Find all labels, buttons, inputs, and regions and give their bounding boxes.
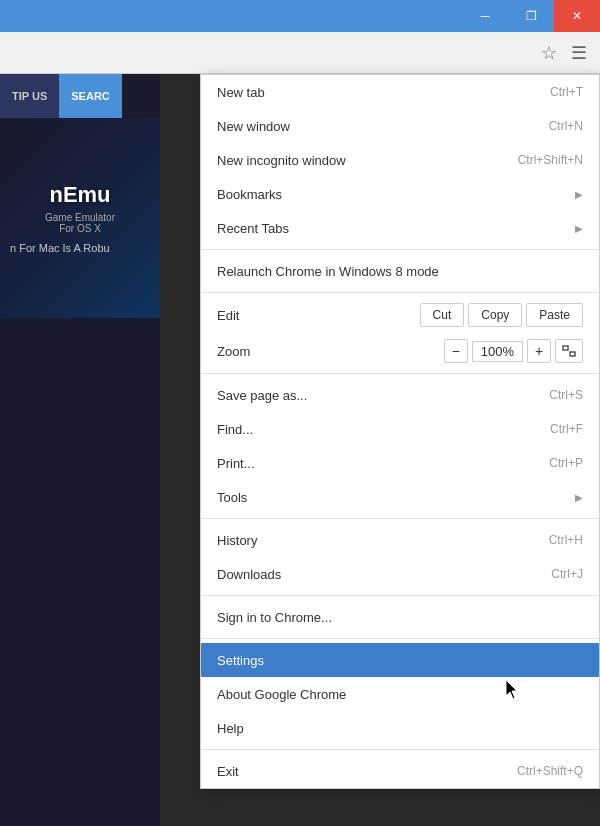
- nav-tip-us[interactable]: TIP US: [0, 74, 59, 118]
- menu-item-zoom: Zoom − 100% +: [201, 333, 599, 369]
- menu-item-downloads-shortcut: Ctrl+J: [551, 567, 583, 581]
- menu-item-bookmarks-label: Bookmarks: [217, 187, 282, 202]
- menu-item-incognito-shortcut: Ctrl+Shift+N: [518, 153, 583, 167]
- minimize-button[interactable]: ─: [462, 0, 508, 32]
- menu-item-downloads[interactable]: Downloads Ctrl+J: [201, 557, 599, 591]
- menu-item-find[interactable]: Find... Ctrl+F: [201, 412, 599, 446]
- menu-item-about-label: About Google Chrome: [217, 687, 346, 702]
- paste-button[interactable]: Paste: [526, 303, 583, 327]
- page-image: nEmu Game EmulatorFor OS X n For Mac Is …: [0, 118, 160, 318]
- zoom-fullscreen-button[interactable]: [555, 339, 583, 363]
- zoom-controls: − 100% +: [444, 339, 583, 363]
- menu-item-edit: Edit Cut Copy Paste: [201, 297, 599, 333]
- page-image-subtitle: Game EmulatorFor OS X: [45, 212, 115, 234]
- menu-item-relaunch-label: Relaunch Chrome in Windows 8 mode: [217, 264, 439, 279]
- menu-item-print-shortcut: Ctrl+P: [549, 456, 583, 470]
- edit-buttons: Cut Copy Paste: [420, 303, 583, 327]
- menu-item-about[interactable]: About Google Chrome: [201, 677, 599, 711]
- menu-item-recent-tabs-label: Recent Tabs: [217, 221, 289, 236]
- menu-item-relaunch[interactable]: Relaunch Chrome in Windows 8 mode: [201, 254, 599, 288]
- menu-item-settings-label: Settings: [217, 653, 264, 668]
- recent-tabs-arrow-icon: ▶: [575, 223, 583, 234]
- zoom-label: Zoom: [217, 344, 250, 359]
- title-bar: ─ ❐ ✕: [0, 0, 600, 32]
- menu-item-history[interactable]: History Ctrl+H: [201, 523, 599, 557]
- menu-item-print-label: Print...: [217, 456, 255, 471]
- menu-item-save-label: Save page as...: [217, 388, 307, 403]
- divider-6: [201, 638, 599, 639]
- menu-item-exit[interactable]: Exit Ctrl+Shift+Q: [201, 754, 599, 788]
- menu-item-exit-shortcut: Ctrl+Shift+Q: [517, 764, 583, 778]
- menu-item-exit-label: Exit: [217, 764, 239, 779]
- divider-2: [201, 292, 599, 293]
- menu-item-bookmarks[interactable]: Bookmarks ▶: [201, 177, 599, 211]
- bookmarks-arrow-icon: ▶: [575, 189, 583, 200]
- zoom-out-button[interactable]: −: [444, 339, 468, 363]
- edit-label: Edit: [217, 308, 239, 323]
- menu-item-new-tab-shortcut: Ctrl+T: [550, 85, 583, 99]
- divider-7: [201, 749, 599, 750]
- dropdown-menu: New tab Ctrl+T New window Ctrl+N New inc…: [200, 74, 600, 789]
- divider-4: [201, 518, 599, 519]
- tools-arrow-icon: ▶: [575, 492, 583, 503]
- copy-button[interactable]: Copy: [468, 303, 522, 327]
- divider-5: [201, 595, 599, 596]
- menu-item-signin-label: Sign in to Chrome...: [217, 610, 332, 625]
- menu-item-downloads-label: Downloads: [217, 567, 281, 582]
- menu-item-new-tab-label: New tab: [217, 85, 265, 100]
- menu-item-help-label: Help: [217, 721, 244, 736]
- menu-icon[interactable]: ☰: [564, 38, 594, 68]
- menu-item-find-shortcut: Ctrl+F: [550, 422, 583, 436]
- menu-item-settings[interactable]: Settings: [201, 643, 599, 677]
- address-bar: ☆ ☰: [0, 32, 600, 74]
- menu-item-incognito[interactable]: New incognito window Ctrl+Shift+N: [201, 143, 599, 177]
- page-nav: TIP US SEARC: [0, 74, 160, 118]
- menu-item-find-label: Find...: [217, 422, 253, 437]
- star-icon[interactable]: ☆: [534, 38, 564, 68]
- zoom-in-button[interactable]: +: [527, 339, 551, 363]
- restore-button[interactable]: ❐: [508, 0, 554, 32]
- menu-item-tools[interactable]: Tools ▶: [201, 480, 599, 514]
- divider-3: [201, 373, 599, 374]
- menu-item-new-tab[interactable]: New tab Ctrl+T: [201, 75, 599, 109]
- menu-item-incognito-label: New incognito window: [217, 153, 346, 168]
- svg-rect-0: [563, 346, 568, 350]
- close-button[interactable]: ✕: [554, 0, 600, 32]
- menu-item-recent-tabs[interactable]: Recent Tabs ▶: [201, 211, 599, 245]
- divider-1: [201, 249, 599, 250]
- menu-item-history-shortcut: Ctrl+H: [549, 533, 583, 547]
- page-image-desc: n For Mac Is A Robu: [10, 242, 150, 254]
- svg-rect-1: [570, 352, 575, 356]
- menu-item-help[interactable]: Help: [201, 711, 599, 745]
- menu-item-signin[interactable]: Sign in to Chrome...: [201, 600, 599, 634]
- menu-item-new-window[interactable]: New window Ctrl+N: [201, 109, 599, 143]
- menu-item-print[interactable]: Print... Ctrl+P: [201, 446, 599, 480]
- page-image-title: nEmu: [49, 182, 110, 208]
- menu-item-new-window-label: New window: [217, 119, 290, 134]
- menu-item-history-label: History: [217, 533, 257, 548]
- menu-item-tools-label: Tools: [217, 490, 247, 505]
- menu-item-save[interactable]: Save page as... Ctrl+S: [201, 378, 599, 412]
- nav-search[interactable]: SEARC: [59, 74, 122, 118]
- cut-button[interactable]: Cut: [420, 303, 465, 327]
- zoom-value: 100%: [472, 341, 523, 362]
- menu-item-new-window-shortcut: Ctrl+N: [549, 119, 583, 133]
- page-content: TIP US SEARC nEmu Game EmulatorFor OS X …: [0, 74, 160, 826]
- menu-item-save-shortcut: Ctrl+S: [549, 388, 583, 402]
